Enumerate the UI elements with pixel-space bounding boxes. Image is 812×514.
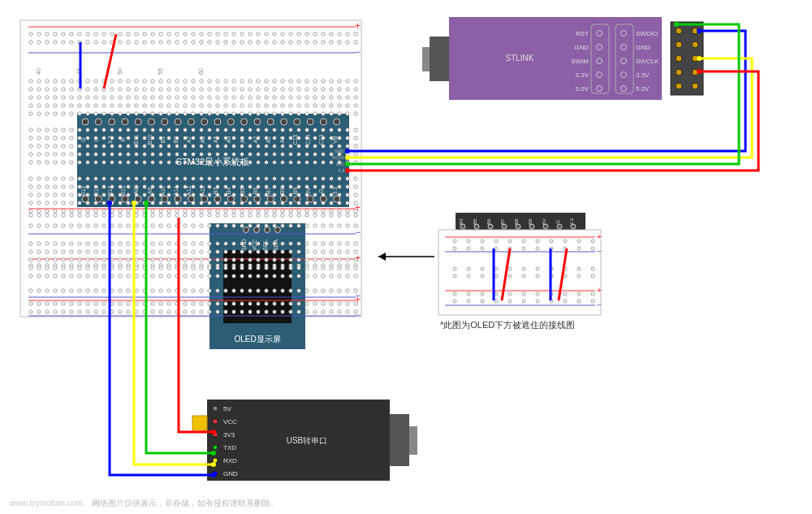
svg-point-1377 bbox=[330, 145, 333, 148]
svg-point-314 bbox=[248, 214, 252, 217]
svg-point-945 bbox=[37, 145, 41, 148]
svg-point-486 bbox=[62, 302, 65, 305]
svg-point-1069 bbox=[127, 41, 130, 44]
svg-point-1129 bbox=[167, 41, 171, 44]
svg-point-1223 bbox=[224, 161, 227, 164]
svg-point-1167 bbox=[192, 88, 195, 91]
svg-point-1307 bbox=[281, 161, 284, 164]
svg-point-1130 bbox=[167, 80, 171, 83]
svg-point-837 bbox=[305, 242, 309, 245]
svg-point-804 bbox=[281, 193, 284, 197]
svg-point-608 bbox=[151, 177, 154, 180]
svg-point-1263 bbox=[257, 88, 260, 91]
svg-point-278 bbox=[102, 214, 106, 217]
svg-point-448 bbox=[37, 209, 41, 213]
svg-point-680 bbox=[200, 177, 203, 180]
svg-point-1398 bbox=[346, 112, 349, 115]
svg-point-1009 bbox=[86, 41, 89, 44]
svg-point-536 bbox=[102, 177, 106, 180]
svg-point-976 bbox=[62, 96, 65, 99]
svg-point-389 bbox=[200, 289, 203, 292]
svg-point-1241 bbox=[240, 104, 244, 107]
svg-point-1227 bbox=[232, 88, 235, 91]
svg-point-1081 bbox=[135, 41, 138, 44]
svg-point-261 bbox=[29, 224, 32, 227]
svg-point-835 bbox=[297, 310, 300, 313]
svg-point-508 bbox=[78, 209, 81, 213]
svg-point-681 bbox=[200, 242, 203, 245]
svg-point-1352 bbox=[313, 136, 317, 140]
svg-point-1368 bbox=[330, 32, 333, 36]
svg-point-222 bbox=[536, 247, 539, 250]
svg-point-246 bbox=[591, 247, 594, 250]
svg-point-963 bbox=[54, 88, 57, 91]
svg-point-768 bbox=[257, 193, 260, 197]
svg-point-1300 bbox=[281, 96, 284, 99]
svg-point-583 bbox=[127, 310, 130, 313]
svg-point-805 bbox=[281, 258, 284, 261]
svg-point-1111 bbox=[151, 128, 154, 132]
svg-point-830 bbox=[297, 201, 300, 205]
svg-point-1331 bbox=[297, 161, 300, 164]
svg-point-1053 bbox=[110, 145, 114, 148]
svg-point-250 bbox=[591, 300, 594, 303]
svg-point-310 bbox=[232, 214, 235, 217]
svg-point-1264 bbox=[257, 96, 260, 99]
svg-point-214 bbox=[508, 300, 512, 303]
svg-point-1419 bbox=[211, 462, 216, 467]
svg-point-611 bbox=[151, 250, 154, 253]
svg-point-1037 bbox=[102, 104, 106, 107]
svg-point-381 bbox=[167, 289, 171, 292]
svg-point-794 bbox=[273, 201, 276, 205]
svg-point-1041 bbox=[102, 145, 106, 148]
svg-point-935 bbox=[29, 161, 32, 164]
svg-point-1170 bbox=[192, 112, 195, 115]
svg-point-27 bbox=[188, 119, 194, 125]
svg-point-790 bbox=[273, 185, 276, 188]
svg-point-584 bbox=[135, 177, 138, 180]
svg-point-1272 bbox=[265, 32, 268, 36]
svg-point-1189 bbox=[208, 41, 211, 44]
svg-point-848 bbox=[313, 177, 317, 180]
svg-point-770 bbox=[257, 201, 260, 205]
svg-point-571 bbox=[119, 310, 122, 313]
svg-point-277 bbox=[94, 224, 97, 227]
svg-point-1332 bbox=[305, 32, 309, 36]
svg-point-35 bbox=[241, 119, 248, 125]
svg-point-849 bbox=[313, 242, 317, 245]
svg-point-1185 bbox=[200, 145, 203, 148]
svg-point-722 bbox=[224, 201, 227, 205]
svg-point-834 bbox=[297, 302, 300, 305]
svg-point-1318 bbox=[289, 153, 292, 156]
svg-point-430 bbox=[29, 185, 32, 188]
svg-point-1321 bbox=[297, 41, 300, 44]
svg-point-618 bbox=[151, 302, 154, 305]
svg-point-596 bbox=[143, 177, 146, 180]
svg-point-215 bbox=[522, 240, 525, 243]
svg-point-282 bbox=[119, 214, 122, 217]
svg-point-197 bbox=[481, 240, 484, 243]
svg-point-1042 bbox=[102, 153, 106, 156]
svg-point-856 bbox=[313, 209, 317, 213]
svg-point-47 bbox=[320, 119, 326, 125]
svg-point-1325 bbox=[297, 104, 300, 107]
svg-point-185 bbox=[453, 240, 456, 243]
svg-point-1218 bbox=[224, 112, 227, 115]
svg-point-913 bbox=[354, 258, 357, 261]
svg-point-1211 bbox=[216, 161, 219, 164]
svg-point-1345 bbox=[313, 41, 317, 44]
svg-point-836 bbox=[305, 177, 309, 180]
svg-point-1126 bbox=[159, 153, 162, 156]
svg-point-1269 bbox=[257, 145, 260, 148]
svg-point-636 bbox=[167, 193, 171, 197]
svg-point-1031 bbox=[94, 161, 97, 164]
svg-point-1099 bbox=[143, 128, 146, 132]
svg-point-1150 bbox=[175, 153, 179, 156]
svg-point-108 bbox=[213, 406, 218, 411]
svg-point-631 bbox=[159, 310, 162, 313]
svg-point-371 bbox=[127, 289, 130, 292]
svg-point-1101 bbox=[143, 145, 146, 148]
svg-point-1095 bbox=[143, 88, 146, 91]
svg-point-1213 bbox=[224, 41, 227, 44]
svg-point-996 bbox=[78, 32, 81, 36]
